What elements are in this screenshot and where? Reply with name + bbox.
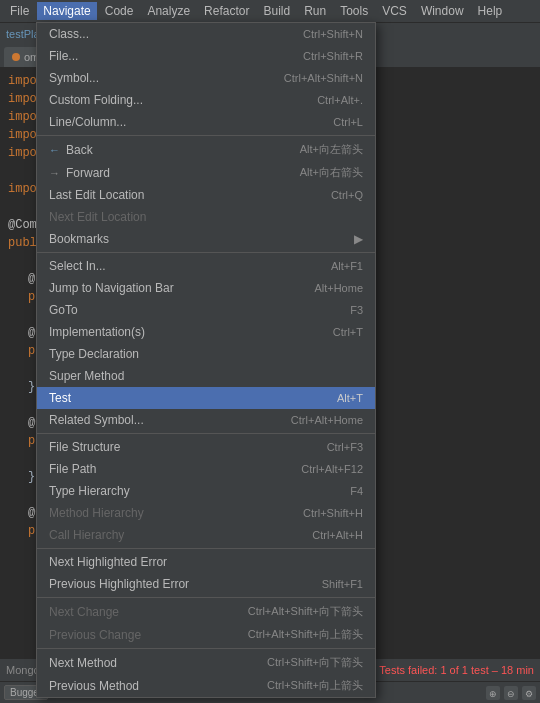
prev-highlighted-error-shortcut: Shift+F1 xyxy=(322,578,363,590)
menu-prev-method[interactable]: Previous Method Ctrl+Shift+向上箭头 xyxy=(37,674,375,697)
menu-forward[interactable]: → Forward Alt+向右箭头 xyxy=(37,161,375,184)
status-error: ! Tests failed: 1 of 1 test – 18 min xyxy=(364,664,534,676)
forward-label: Forward xyxy=(66,166,110,180)
error-text: Tests failed: 1 of 1 test – 18 min xyxy=(379,664,534,676)
bookmarks-submenu-arrow-icon: ▶ xyxy=(354,232,363,246)
menu-prev-highlighted-error[interactable]: Previous Highlighted Error Shift+F1 xyxy=(37,573,375,595)
menu-custom-folding[interactable]: Custom Folding... Ctrl+Alt+. xyxy=(37,89,375,111)
next-change-label: Next Change xyxy=(49,605,119,619)
menu-line-column[interactable]: Line/Column... Ctrl+L xyxy=(37,111,375,133)
related-symbol-shortcut: Ctrl+Alt+Home xyxy=(291,414,363,426)
menu-related-symbol[interactable]: Related Symbol... Ctrl+Alt+Home xyxy=(37,409,375,431)
menu-file-structure[interactable]: File Structure Ctrl+F3 xyxy=(37,436,375,458)
forward-shortcut: Alt+向右箭头 xyxy=(300,165,363,180)
menu-analyze[interactable]: Analyze xyxy=(141,2,196,20)
menu-help[interactable]: Help xyxy=(472,2,509,20)
menu-file[interactable]: File xyxy=(4,2,35,20)
symbol-shortcut: Ctrl+Alt+Shift+N xyxy=(284,72,363,84)
sep-3 xyxy=(37,433,375,434)
status-right: ! Tests failed: 1 of 1 test – 18 min xyxy=(364,664,534,676)
file-structure-shortcut: Ctrl+F3 xyxy=(327,441,363,453)
test-label: Test xyxy=(49,391,71,405)
menu-bookmarks[interactable]: Bookmarks ▶ xyxy=(37,228,375,250)
select-in-shortcut: Alt+F1 xyxy=(331,260,363,272)
menu-window[interactable]: Window xyxy=(415,2,470,20)
method-hierarchy-label: Method Hierarchy xyxy=(49,506,144,520)
menu-implementation[interactable]: Implementation(s) Ctrl+T xyxy=(37,321,375,343)
custom-folding-shortcut: Ctrl+Alt+. xyxy=(317,94,363,106)
menu-select-in[interactable]: Select In... Alt+F1 xyxy=(37,255,375,277)
sep-2 xyxy=(37,252,375,253)
menu-code[interactable]: Code xyxy=(99,2,140,20)
prev-method-shortcut: Ctrl+Shift+向上箭头 xyxy=(267,678,363,693)
menu-type-declaration[interactable]: Type Declaration xyxy=(37,343,375,365)
menu-tools[interactable]: Tools xyxy=(334,2,374,20)
implementation-label: Implementation(s) xyxy=(49,325,145,339)
menu-refactor[interactable]: Refactor xyxy=(198,2,255,20)
file-label: File... xyxy=(49,49,78,63)
settings-icon[interactable]: ⚙ xyxy=(522,686,536,700)
menu-back[interactable]: ← Back Alt+向左箭头 xyxy=(37,138,375,161)
menu-build[interactable]: Build xyxy=(257,2,296,20)
super-method-label: Super Method xyxy=(49,369,124,383)
implementation-shortcut: Ctrl+T xyxy=(333,326,363,338)
menu-type-hierarchy[interactable]: Type Hierarchy F4 xyxy=(37,480,375,502)
menu-class[interactable]: Class... Ctrl+Shift+N xyxy=(37,23,375,45)
menu-goto[interactable]: GoTo F3 xyxy=(37,299,375,321)
line-column-label: Line/Column... xyxy=(49,115,126,129)
jump-nav-label: Jump to Navigation Bar xyxy=(49,281,174,295)
symbol-label: Symbol... xyxy=(49,71,99,85)
menu-super-method[interactable]: Super Method xyxy=(37,365,375,387)
prev-method-label: Previous Method xyxy=(49,679,139,693)
sep-4 xyxy=(37,548,375,549)
nav-icon-2[interactable]: ⊖ xyxy=(504,686,518,700)
menu-method-hierarchy: Method Hierarchy Ctrl+Shift+H xyxy=(37,502,375,524)
prev-change-shortcut: Ctrl+Alt+Shift+向上箭头 xyxy=(248,627,363,642)
menu-next-highlighted-error[interactable]: Next Highlighted Error xyxy=(37,551,375,573)
nav-icon-1[interactable]: ⊕ xyxy=(486,686,500,700)
back-label: Back xyxy=(66,143,93,157)
next-edit-label: Next Edit Location xyxy=(49,210,146,224)
forward-arrow-icon: → xyxy=(49,167,60,179)
menu-run[interactable]: Run xyxy=(298,2,332,20)
select-in-label: Select In... xyxy=(49,259,106,273)
file-path-shortcut: Ctrl+Alt+F12 xyxy=(301,463,363,475)
type-hierarchy-shortcut: F4 xyxy=(350,485,363,497)
back-arrow-icon: ← xyxy=(49,144,60,156)
next-change-shortcut: Ctrl+Alt+Shift+向下箭头 xyxy=(248,604,363,619)
menu-file-path[interactable]: File Path Ctrl+Alt+F12 xyxy=(37,458,375,480)
bookmarks-label: Bookmarks xyxy=(49,232,109,246)
prev-highlighted-error-label: Previous Highlighted Error xyxy=(49,577,189,591)
menu-symbol[interactable]: Symbol... Ctrl+Alt+Shift+N xyxy=(37,67,375,89)
next-method-shortcut: Ctrl+Shift+向下箭头 xyxy=(267,655,363,670)
goto-shortcut: F3 xyxy=(350,304,363,316)
goto-label: GoTo xyxy=(49,303,78,317)
menu-file[interactable]: File... Ctrl+Shift+R xyxy=(37,45,375,67)
last-edit-shortcut: Ctrl+Q xyxy=(331,189,363,201)
method-hierarchy-shortcut: Ctrl+Shift+H xyxy=(303,507,363,519)
menu-last-edit[interactable]: Last Edit Location Ctrl+Q xyxy=(37,184,375,206)
custom-folding-label: Custom Folding... xyxy=(49,93,143,107)
menu-next-method[interactable]: Next Method Ctrl+Shift+向下箭头 xyxy=(37,651,375,674)
sep-1 xyxy=(37,135,375,136)
related-symbol-label: Related Symbol... xyxy=(49,413,144,427)
menu-test[interactable]: Test Alt+T xyxy=(37,387,375,409)
menu-prev-change: Previous Change Ctrl+Alt+Shift+向上箭头 xyxy=(37,623,375,646)
menu-navigate[interactable]: Navigate xyxy=(37,2,96,20)
last-edit-label: Last Edit Location xyxy=(49,188,144,202)
file-shortcut: Ctrl+Shift+R xyxy=(303,50,363,62)
svg-text:⊕: ⊕ xyxy=(489,689,497,699)
next-method-label: Next Method xyxy=(49,656,117,670)
sep-5 xyxy=(37,597,375,598)
type-hierarchy-label: Type Hierarchy xyxy=(49,484,130,498)
jump-nav-shortcut: Alt+Home xyxy=(314,282,363,294)
sep-6 xyxy=(37,648,375,649)
svg-text:⊖: ⊖ xyxy=(507,689,515,699)
class-shortcut: Ctrl+Shift+N xyxy=(303,28,363,40)
svg-text:⚙: ⚙ xyxy=(525,689,533,699)
menu-jump-nav[interactable]: Jump to Navigation Bar Alt+Home xyxy=(37,277,375,299)
call-hierarchy-shortcut: Ctrl+Alt+H xyxy=(312,529,363,541)
prev-change-label: Previous Change xyxy=(49,628,141,642)
menu-vcs[interactable]: VCS xyxy=(376,2,413,20)
line-column-shortcut: Ctrl+L xyxy=(333,116,363,128)
